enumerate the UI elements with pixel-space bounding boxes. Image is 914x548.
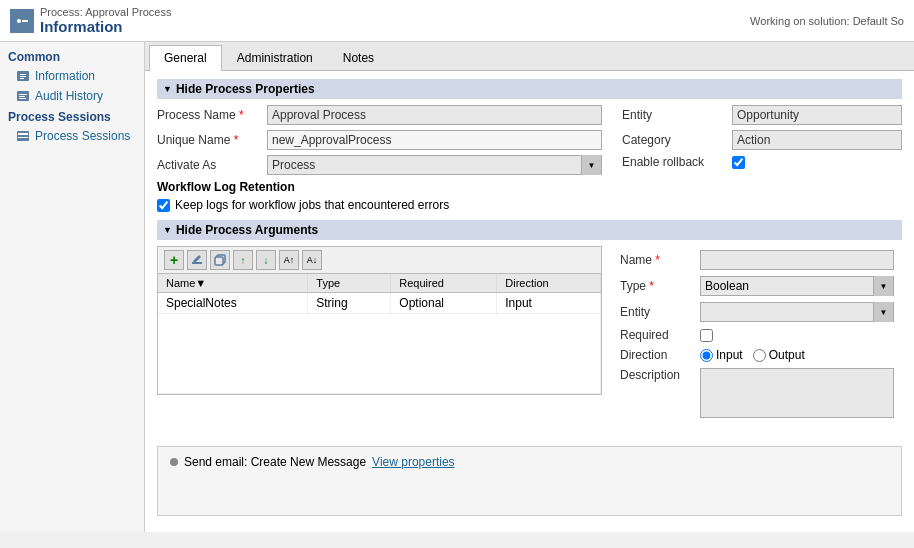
right-description-textarea[interactable] bbox=[700, 368, 894, 418]
tab-notes[interactable]: Notes bbox=[328, 45, 389, 70]
radio-output-btn[interactable] bbox=[753, 349, 766, 362]
up-btn[interactable]: ↑ bbox=[233, 250, 253, 270]
category-row: Category bbox=[622, 130, 902, 150]
args-table-wrapper: Name▼ Type Required Direction SpecialNot… bbox=[157, 273, 602, 395]
sidebar-item-audit-history[interactable]: Audit History bbox=[0, 86, 144, 106]
properties-two-col: Process Name * Unique Name * Activa bbox=[157, 105, 902, 180]
section-header-properties[interactable]: ▼ Hide Process Properties bbox=[157, 79, 902, 99]
svg-rect-6 bbox=[20, 78, 24, 79]
sidebar-label-sessions: Process Sessions bbox=[35, 129, 130, 143]
tab-general[interactable]: General bbox=[149, 45, 222, 71]
wf-log-label: Keep logs for workflow jobs that encount… bbox=[175, 198, 449, 212]
col-header-direction[interactable]: Direction bbox=[497, 274, 601, 293]
right-description-label: Description bbox=[620, 368, 700, 382]
right-type-arrow: ▼ bbox=[873, 276, 893, 296]
radio-input-btn[interactable] bbox=[700, 349, 713, 362]
entity-row: Entity bbox=[622, 105, 902, 125]
bottom-section: Send email: Create New Message View prop… bbox=[157, 446, 902, 516]
activate-as-select-wrapper[interactable]: Process ▼ bbox=[267, 155, 602, 175]
process-name-required: * bbox=[239, 108, 244, 122]
history-icon bbox=[16, 89, 30, 103]
sidebar-label-information: Information bbox=[35, 69, 95, 83]
activate-as-select[interactable]: Process bbox=[268, 157, 581, 173]
svg-rect-5 bbox=[20, 76, 26, 77]
svg-rect-2 bbox=[22, 20, 28, 22]
right-type-select-wrapper[interactable]: Boolean ▼ bbox=[700, 276, 894, 296]
sort-desc-btn[interactable]: A↓ bbox=[302, 250, 322, 270]
add-btn[interactable]: + bbox=[164, 250, 184, 270]
right-type-select[interactable]: Boolean bbox=[701, 278, 873, 294]
section-header-arguments[interactable]: ▼ Hide Process Arguments bbox=[157, 220, 902, 240]
col-header-type[interactable]: Type bbox=[308, 274, 391, 293]
svg-rect-11 bbox=[17, 131, 29, 141]
right-name-input[interactable] bbox=[700, 250, 894, 270]
right-description-row: Description bbox=[620, 368, 894, 418]
sidebar-item-process-sessions[interactable]: Process Sessions bbox=[0, 126, 144, 146]
sidebar-section-common: Common bbox=[0, 46, 144, 66]
edit-icon bbox=[191, 254, 203, 266]
activate-as-row: Activate As Process ▼ bbox=[157, 155, 602, 175]
tab-administration[interactable]: Administration bbox=[222, 45, 328, 70]
app-header-left: Process: Approval Process Information bbox=[10, 6, 171, 35]
copy-btn[interactable] bbox=[210, 250, 230, 270]
svg-rect-8 bbox=[19, 94, 27, 95]
entity-input[interactable] bbox=[732, 105, 902, 125]
svg-rect-10 bbox=[19, 98, 26, 99]
right-name-label: Name * bbox=[620, 253, 700, 267]
section-title-properties: Hide Process Properties bbox=[176, 82, 315, 96]
radio-input-label: Input bbox=[716, 348, 743, 362]
svg-rect-13 bbox=[18, 137, 28, 138]
radio-input[interactable]: Input bbox=[700, 348, 743, 362]
cell-required: Optional bbox=[391, 293, 497, 314]
step-item: Send email: Create New Message View prop… bbox=[170, 455, 889, 469]
svg-rect-9 bbox=[19, 96, 25, 97]
svg-rect-4 bbox=[20, 74, 26, 75]
cell-direction: Input bbox=[497, 293, 601, 314]
activate-as-label: Activate As bbox=[157, 158, 267, 172]
process-name-row: Process Name * bbox=[157, 105, 602, 125]
workflow-log-checkbox-row: Keep logs for workflow jobs that encount… bbox=[157, 198, 902, 212]
cell-type: String bbox=[308, 293, 391, 314]
col-header-required[interactable]: Required bbox=[391, 274, 497, 293]
right-name-row: Name * bbox=[620, 250, 894, 270]
direction-radio-group: Input Output bbox=[700, 348, 805, 362]
right-entity-select-wrapper[interactable]: ▼ bbox=[700, 302, 894, 322]
table-row[interactable]: SpecialNotes String Optional Input bbox=[158, 293, 601, 314]
process-name-label: Process Name * bbox=[157, 108, 267, 122]
right-entity-label: Entity bbox=[620, 305, 700, 319]
process-icon bbox=[10, 9, 34, 33]
wf-log-checkbox[interactable] bbox=[157, 199, 170, 212]
enable-rollback-checkbox[interactable] bbox=[732, 156, 745, 169]
svg-rect-14 bbox=[192, 262, 202, 264]
radio-output[interactable]: Output bbox=[753, 348, 805, 362]
workflow-log-section: Workflow Log Retention Keep logs for wor… bbox=[157, 180, 902, 212]
content-area: General Administration Notes ▼ Hide Proc… bbox=[145, 42, 914, 532]
unique-name-required: * bbox=[234, 133, 239, 147]
copy-icon bbox=[214, 254, 226, 266]
sidebar: Common Information Audit History Process… bbox=[0, 42, 145, 532]
sessions-icon bbox=[16, 129, 30, 143]
col-header-name[interactable]: Name▼ bbox=[158, 274, 308, 293]
edit-btn[interactable] bbox=[187, 250, 207, 270]
right-required-checkbox[interactable] bbox=[700, 329, 713, 342]
right-entity-row: Entity ▼ bbox=[620, 302, 894, 322]
process-breadcrumb: Process: Approval Process bbox=[40, 6, 171, 18]
right-required-label: Required bbox=[620, 328, 700, 342]
right-entity-select[interactable] bbox=[701, 304, 873, 320]
right-type-row: Type * Boolean ▼ bbox=[620, 276, 894, 296]
view-properties-link[interactable]: View properties bbox=[372, 455, 455, 469]
down-btn[interactable]: ↓ bbox=[256, 250, 276, 270]
category-input[interactable] bbox=[732, 130, 902, 150]
sidebar-label-audit: Audit History bbox=[35, 89, 103, 103]
sort-asc-btn[interactable]: A↑ bbox=[279, 250, 299, 270]
right-type-label: Type * bbox=[620, 279, 700, 293]
right-direction-label: Direction bbox=[620, 348, 700, 362]
collapse-arrow-properties: ▼ bbox=[163, 84, 172, 94]
process-name-input[interactable] bbox=[267, 105, 602, 125]
svg-marker-15 bbox=[193, 255, 201, 263]
app-header: Process: Approval Process Information Wo… bbox=[0, 0, 914, 42]
arguments-two-col: + ↑ bbox=[157, 246, 902, 428]
sidebar-item-information[interactable]: Information bbox=[0, 66, 144, 86]
unique-name-input[interactable] bbox=[267, 130, 602, 150]
svg-rect-12 bbox=[18, 133, 28, 135]
